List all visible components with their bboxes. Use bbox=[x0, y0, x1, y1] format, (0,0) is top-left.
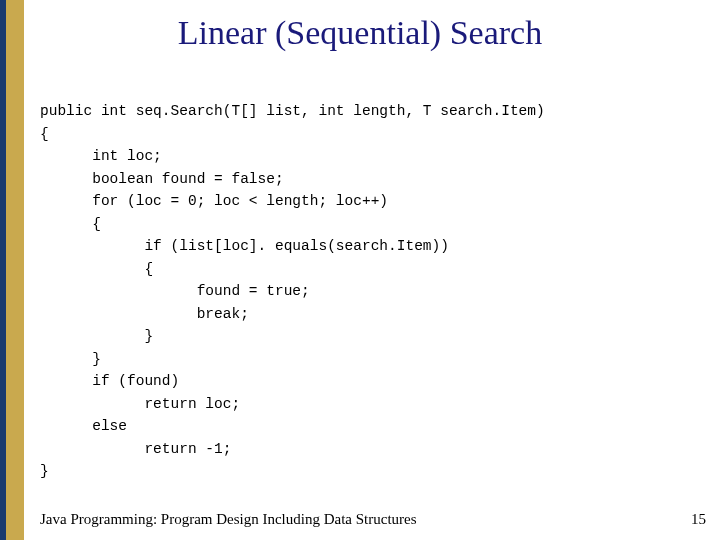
code-line: } bbox=[40, 463, 49, 479]
code-line: { bbox=[40, 261, 153, 277]
code-line: if (list[loc]. equals(search.Item)) bbox=[40, 238, 449, 254]
page-number: 15 bbox=[691, 511, 706, 528]
code-line: boolean found = false; bbox=[40, 171, 284, 187]
code-line: found = true; bbox=[40, 283, 310, 299]
slide-title: Linear (Sequential) Search bbox=[0, 14, 720, 52]
code-line: return -1; bbox=[40, 441, 231, 457]
code-line: { bbox=[40, 216, 101, 232]
code-line: break; bbox=[40, 306, 249, 322]
code-line: { bbox=[40, 126, 49, 142]
footer-text: Java Programming: Program Design Includi… bbox=[40, 511, 417, 528]
code-line: if (found) bbox=[40, 373, 179, 389]
code-block: public int seq.Search(T[] list, int leng… bbox=[40, 78, 545, 482]
code-line: public int seq.Search(T[] list, int leng… bbox=[40, 103, 545, 119]
border-stripe-gold bbox=[6, 0, 24, 540]
left-border-decoration bbox=[0, 0, 24, 540]
code-line: else bbox=[40, 418, 127, 434]
code-line: } bbox=[40, 328, 153, 344]
code-line: for (loc = 0; loc < length; loc++) bbox=[40, 193, 388, 209]
code-line: int loc; bbox=[40, 148, 162, 164]
code-line: return loc; bbox=[40, 396, 240, 412]
code-line: } bbox=[40, 351, 101, 367]
